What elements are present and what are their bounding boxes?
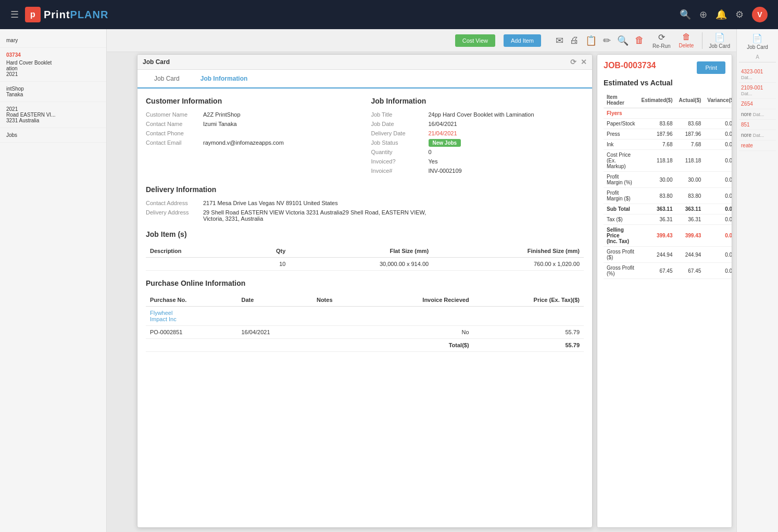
cost-view-button[interactable]: Cost View bbox=[455, 34, 495, 47]
job-title-value: 24pp Hard Cover Booklet with Lamination bbox=[429, 111, 584, 118]
total-label bbox=[146, 339, 362, 352]
item-qty: 10 bbox=[245, 258, 290, 271]
invoiced-row: Invoiced? Yes bbox=[371, 158, 584, 164]
est-ink: 7.68 bbox=[638, 140, 675, 150]
close-window-icon[interactable]: ✕ bbox=[581, 58, 587, 66]
est-selling: 399.43 bbox=[638, 225, 675, 247]
sidebar-section-summary: mary bbox=[0, 33, 106, 48]
rerun-button[interactable]: ⟳ Re-Run bbox=[652, 32, 670, 49]
category-link[interactable]: Flyers bbox=[607, 110, 622, 116]
right-list-item[interactable]: nore Dat... bbox=[739, 130, 776, 141]
right-list-item[interactable]: 4323-001 Dat... bbox=[739, 67, 776, 83]
search-icon[interactable]: 🔍 bbox=[680, 9, 691, 20]
sidebar-section-jobs: Jobs bbox=[0, 128, 106, 143]
refresh-icon[interactable]: ⟳ bbox=[570, 58, 576, 66]
est-tax: 36.31 bbox=[638, 214, 675, 225]
email-icon[interactable]: ✉ bbox=[556, 35, 563, 46]
flywheel-link[interactable]: Flywheel bbox=[150, 310, 172, 316]
delete-icon[interactable]: 🗑 bbox=[635, 35, 644, 46]
col-finished-size: Finished Size (mm) bbox=[433, 245, 584, 258]
delivery-address-label: Delivery Address bbox=[146, 209, 203, 222]
sidebar-job-id[interactable]: 03734 bbox=[6, 52, 100, 58]
delete-button[interactable]: 🗑 Delete bbox=[679, 32, 694, 48]
impact-link[interactable]: Impact Inc bbox=[150, 316, 177, 322]
tab-job-card[interactable]: Job Card bbox=[144, 70, 190, 88]
print-button[interactable]: Print bbox=[697, 61, 725, 74]
right-list-item[interactable]: 851 bbox=[739, 120, 776, 130]
customer-section-title: Customer Information bbox=[146, 97, 359, 105]
sidebar-jobs-label[interactable]: Jobs bbox=[6, 132, 100, 138]
right-list-item[interactable]: nore Dat... bbox=[739, 109, 776, 120]
add-icon[interactable]: ⊕ bbox=[699, 9, 707, 20]
job-card-right-btn[interactable]: 📄 Job Card bbox=[747, 33, 768, 50]
job-card-button[interactable]: 📄 Job Card bbox=[709, 32, 730, 49]
job-status-row: Job Status New Jobs bbox=[371, 140, 584, 146]
right-item-nore2: nore bbox=[741, 132, 751, 138]
est-profit-dollar: 83.80 bbox=[638, 188, 675, 204]
sidebar-shop[interactable]: intShop bbox=[6, 86, 100, 92]
est-row-ink: Ink 7.68 7.68 0.00 bbox=[604, 140, 732, 150]
purchase-section: Purchase Online Information Purchase No.… bbox=[146, 279, 584, 352]
sidebar-item[interactable]: mary bbox=[6, 37, 100, 43]
act-tax: 36.31 bbox=[676, 214, 705, 225]
est-row-selling: Selling Price(Inc. Tax) 399.43 399.43 0.… bbox=[604, 225, 732, 247]
menu-icon[interactable]: ☰ bbox=[10, 9, 19, 20]
job-card-btn-group: 📄 Job Card bbox=[702, 32, 730, 49]
item-ink: Ink bbox=[604, 140, 638, 150]
window-titlebar: Job Card ⟳ ✕ bbox=[137, 55, 592, 70]
add-item-button[interactable]: Add Item bbox=[504, 34, 541, 47]
act-paper: 83.68 bbox=[676, 119, 705, 129]
var-gross-pct: 0.00 bbox=[704, 263, 732, 279]
edit-icon[interactable]: ✏ bbox=[603, 35, 611, 46]
right-item-id-3: Z654 bbox=[741, 101, 753, 107]
job-card-label: Job Card bbox=[709, 43, 730, 49]
right-list-item[interactable]: reate bbox=[739, 141, 776, 151]
window-controls: ⟳ ✕ bbox=[570, 58, 587, 66]
rerun-icon: ⟳ bbox=[658, 32, 665, 42]
est-cost-price: 118.18 bbox=[638, 150, 675, 172]
topnav-left: ☰ p PrintPLANR bbox=[10, 7, 108, 22]
job-items-table: Description Qty Flat Size (mm) Finished … bbox=[146, 245, 584, 271]
bell-icon[interactable]: 🔔 bbox=[716, 9, 727, 20]
act-press: 187.96 bbox=[676, 129, 705, 140]
est-row-profit-pct: Profit Margin (%) 30.00 30.00 0.00 bbox=[604, 172, 732, 188]
delete-label: Delete bbox=[679, 43, 694, 48]
purchase-date: 16/04/2021 bbox=[237, 326, 312, 339]
item-profit-pct: Profit Margin (%) bbox=[604, 172, 638, 188]
job-date-value: 16/04/2021 bbox=[429, 121, 584, 127]
right-list: 4323-001 Dat... 2109-001 Dat... Z654 nor… bbox=[739, 67, 776, 151]
user-avatar[interactable]: V bbox=[752, 7, 768, 22]
right-list-item[interactable]: Z654 bbox=[739, 99, 776, 109]
copy-icon[interactable]: 📋 bbox=[585, 35, 597, 46]
est-table: Item Header Estimated($) Actual($) Varia… bbox=[604, 92, 732, 279]
top-navigation: ☰ p PrintPLANR 🔍 ⊕ 🔔 ⚙ V bbox=[0, 0, 778, 29]
vendor-name[interactable]: Flywheel Impact Inc bbox=[146, 307, 584, 326]
est-row-subtotal: Sub Total 363.11 363.11 0.00 bbox=[604, 204, 732, 214]
right-list-item[interactable]: 2109-001 Dat... bbox=[739, 83, 776, 99]
purchase-row: PO-0002851 16/04/2021 No 55.79 bbox=[146, 326, 584, 339]
col-date: Date bbox=[237, 294, 312, 307]
item-profit-dollar: Profit Margin ($) bbox=[604, 188, 638, 204]
est-row-profit-dollar: Profit Margin ($) 83.80 83.80 0.00 bbox=[604, 188, 732, 204]
delivery-address-row: Delivery Address 29 Shell Road EASTERN V… bbox=[146, 209, 584, 222]
right-item-nore: nore bbox=[741, 111, 751, 117]
items-table-header: Description Qty Flat Size (mm) Finished … bbox=[146, 245, 584, 258]
customer-name-value: A2Z PrintShop bbox=[203, 111, 359, 118]
job-title-label: Job Title bbox=[371, 111, 429, 118]
customer-name-label: Customer Name bbox=[146, 111, 203, 118]
print-toolbar-icon[interactable]: 🖨 bbox=[570, 35, 579, 46]
search-doc-icon[interactable]: 🔍 bbox=[617, 35, 629, 46]
settings-icon[interactable]: ⚙ bbox=[735, 9, 744, 20]
est-gross-dollar: 244.94 bbox=[638, 247, 675, 263]
right-item-date-6: Dat... bbox=[753, 133, 764, 138]
purchase-no: PO-0002851 bbox=[146, 326, 237, 339]
info-columns: Customer Information Customer Name A2Z P… bbox=[146, 97, 584, 177]
col-invoice-received: Invoice Recieved bbox=[362, 294, 473, 307]
purchase-section-title: Purchase Online Information bbox=[146, 279, 584, 287]
item-description bbox=[146, 258, 245, 271]
var-selling: 0.00 bbox=[704, 225, 732, 247]
tab-job-information[interactable]: Job Information bbox=[190, 70, 258, 88]
est-category-row: Flyers bbox=[604, 108, 732, 119]
act-profit-dollar: 83.80 bbox=[676, 188, 705, 204]
contact-email-label: Contact Email bbox=[146, 140, 203, 146]
